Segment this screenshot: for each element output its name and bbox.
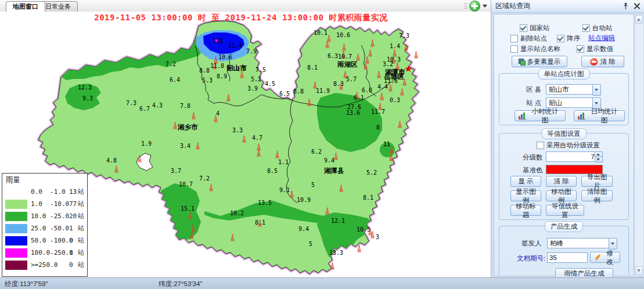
svg-text:韶山市: 韶山市 xyxy=(226,64,247,72)
svg-text:10.6: 10.6 xyxy=(336,32,350,38)
station-select[interactable]: 韶山 xyxy=(546,97,595,108)
clear-stations-button[interactable]: 清 除 xyxy=(581,56,624,67)
checkbox-descending[interactable]: 降序 xyxy=(557,34,580,43)
tab-bar: 地图窗口 日常业务 xyxy=(0,0,491,12)
svg-text:8.5: 8.5 xyxy=(267,168,278,174)
svg-text:5.3: 5.3 xyxy=(202,77,213,84)
longitude-readout: 经度:113°7'59" xyxy=(5,278,48,289)
svg-text:8.1: 8.1 xyxy=(255,219,265,226)
pin-icon[interactable] xyxy=(623,2,629,10)
county-select-arrow-icon[interactable] xyxy=(592,84,601,96)
panel-scrollbar[interactable] xyxy=(634,14,644,276)
svg-text:6.8: 6.8 xyxy=(362,87,372,93)
svg-text:11.9: 11.9 xyxy=(316,88,330,94)
add-plus-icon[interactable] xyxy=(469,1,480,12)
contour-button-7[interactable]: 等值线设置 xyxy=(546,205,584,216)
svg-text:3.2: 3.2 xyxy=(383,61,393,67)
clear-circle-icon xyxy=(590,58,598,66)
svg-text:6.4: 6.4 xyxy=(170,77,180,83)
scroll-down-icon[interactable] xyxy=(635,266,643,275)
checkbox-show-values[interactable]: 显示数值 xyxy=(577,45,613,53)
group-single-station: 单站点统计图 区 县 韶山市 站 点 韶山 小时统计图 日均统计图 xyxy=(499,73,629,125)
contour-buttons: 显 示清 除导出图片显示图例移动图例清除图例移动标题等值线设置 xyxy=(510,176,622,216)
legend-rows: 0.0 -1.013站1.0 -10.077站10.0 -25.020站25.0… xyxy=(2,186,87,271)
svg-text:1.9: 1.9 xyxy=(141,140,152,147)
svg-text:10.7: 10.7 xyxy=(338,53,352,60)
svg-text:湘潭县: 湘潭县 xyxy=(323,167,344,175)
modify-button[interactable]: 修改 xyxy=(590,252,620,263)
contour-button-0[interactable]: 显 示 xyxy=(510,176,541,187)
county-label: 区 县 xyxy=(526,85,541,94)
svg-text:8: 8 xyxy=(376,124,380,131)
svg-text:9.4: 9.4 xyxy=(324,157,334,164)
legend-row: 1.0 -10.077站 xyxy=(2,198,87,210)
svg-text:13.6: 13.6 xyxy=(346,110,360,116)
svg-text:6.1: 6.1 xyxy=(354,95,364,101)
svg-text:11.4: 11.4 xyxy=(228,42,242,49)
multi-element-display-button[interactable]: 多要素显示 xyxy=(512,56,567,67)
svg-text:6.7: 6.7 xyxy=(139,106,150,112)
checkbox-auto-station[interactable]: 自动站 xyxy=(582,24,613,32)
contour-button-1[interactable]: 清 除 xyxy=(546,176,577,187)
map-canvas[interactable]: 11.410.611.87.97.28.89.68.97.55.26.45.33… xyxy=(0,12,491,277)
contour-button-2[interactable]: 导出图片 xyxy=(581,176,613,187)
svg-text:3.9: 3.9 xyxy=(247,85,258,92)
tab-map-window[interactable]: 地图窗口 xyxy=(6,1,45,12)
contour-button-6[interactable]: 移动标题 xyxy=(510,205,541,216)
status-bar: 经度:113°7'59" 纬度:27°53'34" xyxy=(0,277,644,289)
latitude-readout: 纬度:27°53'34" xyxy=(159,278,202,289)
bar-chart-icon xyxy=(519,112,526,120)
svg-text:5: 5 xyxy=(309,241,312,247)
drag-handle-icon[interactable] xyxy=(465,3,466,4)
svg-text:★: ★ xyxy=(404,64,412,74)
svg-text:10.6: 10.6 xyxy=(218,54,232,60)
close-icon[interactable] xyxy=(634,2,640,9)
svg-text:10.2: 10.2 xyxy=(230,210,244,216)
svg-text:3.4: 3.4 xyxy=(180,143,190,149)
svg-text:6.2: 6.2 xyxy=(311,149,322,155)
panel-body: 国家站 自动站 剔除站点 降序 站点编辑 显示站点名称 显示数值 多要素显示 清… xyxy=(494,14,634,276)
contour-button-4[interactable]: 移动图例 xyxy=(546,190,577,201)
checkbox-exclude-station[interactable]: 剔除站点 xyxy=(510,34,547,43)
svg-text:1.4: 1.4 xyxy=(390,43,400,49)
toolbar-dropdown-icon[interactable] xyxy=(483,5,487,8)
svg-text:5.7: 5.7 xyxy=(346,76,357,82)
daily-chart-button[interactable]: 日均统计图 xyxy=(574,110,625,121)
hourly-chart-button[interactable]: 小时统计图 xyxy=(515,110,566,121)
doc-number-input[interactable] xyxy=(547,252,588,263)
svg-text:4.4: 4.4 xyxy=(377,84,388,90)
svg-text:8.1: 8.1 xyxy=(363,194,373,201)
spinner-down-icon[interactable] xyxy=(595,157,603,162)
svg-text:4.7: 4.7 xyxy=(252,135,262,141)
checkbox-show-station-name[interactable]: 显示站点名称 xyxy=(510,45,560,53)
station-label: 站 点 xyxy=(526,99,541,107)
svg-text:11.8: 11.8 xyxy=(210,63,224,69)
svg-text:8.1: 8.1 xyxy=(307,64,318,71)
svg-text:7.2: 7.2 xyxy=(166,61,176,67)
contour-button-5[interactable]: 清除图例 xyxy=(581,190,613,201)
scroll-up-icon[interactable] xyxy=(635,15,643,24)
svg-text:10.9: 10.9 xyxy=(297,197,311,203)
svg-text:5: 5 xyxy=(311,182,315,188)
issuer-select[interactable]: 柏峰 xyxy=(547,238,611,248)
svg-text:7.5: 7.5 xyxy=(256,67,266,73)
svg-text:4: 4 xyxy=(216,110,220,117)
group-contour-title: 等值图设置 xyxy=(541,128,587,139)
svg-text:8.8: 8.8 xyxy=(199,67,210,74)
base-color-label: 基准色 xyxy=(523,166,543,175)
issuer-select-arrow-icon[interactable] xyxy=(609,238,617,250)
issuer-label: 签发人 xyxy=(521,239,542,248)
level-count-input[interactable] xyxy=(546,151,597,162)
map-toolbar xyxy=(463,1,490,11)
legend-row: >=250.00站 xyxy=(2,259,87,271)
svg-text:13.3: 13.3 xyxy=(329,250,343,256)
county-select[interactable]: 韶山市 xyxy=(546,84,595,95)
checkbox-auto-grading[interactable]: 采用自动分级设置 xyxy=(537,141,600,150)
contour-button-3[interactable]: 显示图例 xyxy=(510,190,541,201)
svg-text:12.1: 12.1 xyxy=(331,218,345,224)
svg-text:11.7: 11.7 xyxy=(371,109,385,115)
checkbox-national-station[interactable]: 国家站 xyxy=(520,24,550,32)
station-edit-link[interactable]: 站点编辑 xyxy=(588,34,615,42)
svg-text:10.3: 10.3 xyxy=(357,226,370,233)
svg-text:7.3: 7.3 xyxy=(399,32,409,39)
